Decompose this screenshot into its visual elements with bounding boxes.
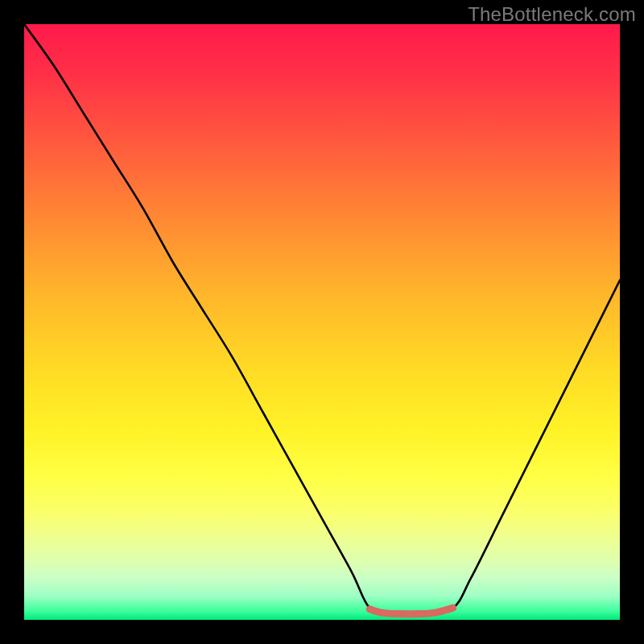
minimum-marker: [369, 608, 453, 614]
plot-area: [24, 24, 620, 620]
bottleneck-curve: [24, 24, 620, 615]
chart-frame: TheBottleneck.com: [0, 0, 644, 644]
watermark-text: TheBottleneck.com: [468, 3, 636, 26]
curve-layer: [24, 24, 620, 620]
